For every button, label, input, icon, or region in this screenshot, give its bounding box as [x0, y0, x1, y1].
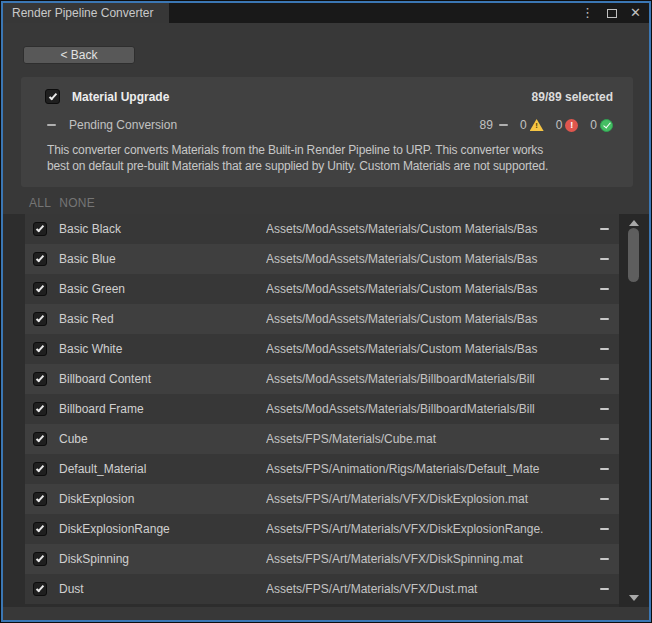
list-row[interactable]: Basic Black Assets/ModAssets/Materials/C…: [25, 214, 619, 244]
back-button[interactable]: < Back: [23, 46, 135, 64]
converter-description: This converter converts Materials from t…: [47, 143, 629, 174]
checkmark-icon: [36, 554, 44, 563]
error-count-group: 0 !: [556, 118, 579, 132]
row-checkbox[interactable]: [33, 282, 47, 296]
row-path: Assets/ModAssets/Materials/Custom Materi…: [266, 342, 592, 356]
list-row[interactable]: Cube Assets/FPS/Materials/Cube.mat: [25, 424, 619, 454]
row-checkbox[interactable]: [33, 462, 47, 476]
checkmark-icon: [36, 284, 44, 293]
row-status-dash-icon: [600, 258, 609, 260]
row-name: DiskSpinning: [59, 552, 266, 566]
list-row[interactable]: Basic Blue Assets/ModAssets/Materials/Cu…: [25, 244, 619, 274]
checkmark-icon: [48, 91, 56, 100]
checkmark-icon: [36, 314, 44, 323]
scroll-up-icon[interactable]: [629, 220, 639, 226]
row-path: Assets/ModAssets/Materials/BillboardMate…: [266, 372, 592, 386]
checkmark-icon: [36, 524, 44, 533]
row-checkbox[interactable]: [33, 372, 47, 386]
list-row[interactable]: Basic Green Assets/ModAssets/Materials/C…: [25, 274, 619, 304]
row-path: Assets/ModAssets/Materials/Custom Materi…: [266, 252, 592, 266]
list-row[interactable]: DiskExplosion Assets/FPS/Art/Materials/V…: [25, 484, 619, 514]
list-row[interactable]: Billboard Content Assets/ModAssets/Mater…: [25, 364, 619, 394]
row-checkbox[interactable]: [33, 432, 47, 446]
row-name: Basic White: [59, 342, 266, 356]
checkmark-icon: [36, 404, 44, 413]
row-name: Cube: [59, 432, 266, 446]
checkmark-icon: [36, 254, 44, 263]
row-path: Assets/FPS/Art/Materials/VFX/Dust.mat: [266, 582, 592, 596]
row-checkbox[interactable]: [33, 522, 47, 536]
row-path: Assets/FPS/Art/Materials/VFX/DiskExplosi…: [266, 522, 592, 536]
materials-list: Basic Black Assets/ModAssets/Materials/C…: [3, 214, 649, 607]
converter-header: Material Upgrade 89/89 selected: [45, 89, 613, 104]
row-checkbox[interactable]: [33, 342, 47, 356]
row-checkbox[interactable]: [33, 252, 47, 266]
scrollbar-thumb[interactable]: [628, 228, 639, 282]
list-rows: Basic Black Assets/ModAssets/Materials/C…: [25, 214, 619, 604]
list-row[interactable]: Basic Red Assets/ModAssets/Materials/Cus…: [25, 304, 619, 334]
row-name: Billboard Frame: [59, 402, 266, 416]
list-row[interactable]: Default_Material Assets/FPS/Animation/Ri…: [25, 454, 619, 484]
pending-conversion-label: Pending Conversion: [69, 118, 177, 132]
success-icon: [600, 119, 613, 132]
back-button-label: < Back: [60, 48, 97, 62]
row-path: Assets/FPS/Art/Materials/VFX/DiskExplosi…: [266, 492, 592, 506]
error-count: 0: [556, 118, 563, 132]
error-icon: !: [565, 119, 578, 132]
title-bar: Render Pipeline Converter ⋮ ✕: [3, 3, 649, 23]
pending-dash-icon: [499, 124, 508, 126]
warning-count: 0: [520, 118, 527, 132]
list-row[interactable]: DiskSpinning Assets/FPS/Art/Materials/VF…: [25, 544, 619, 574]
row-status-dash-icon: [600, 558, 609, 560]
scroll-down-icon[interactable]: [629, 595, 639, 601]
pending-conversion-row: Pending Conversion 89 0 ! 0 ! 0: [47, 118, 613, 132]
row-path: Assets/FPS/Materials/Cube.mat: [266, 432, 592, 446]
row-status-dash-icon: [600, 528, 609, 530]
row-status-dash-icon: [600, 438, 609, 440]
row-status-dash-icon: [600, 378, 609, 380]
list-row[interactable]: Billboard Frame Assets/ModAssets/Materia…: [25, 394, 619, 424]
description-line-2: best on default pre-built Materials that…: [47, 159, 629, 175]
row-path: Assets/ModAssets/Materials/Custom Materi…: [266, 222, 592, 236]
row-checkbox[interactable]: [33, 312, 47, 326]
list-row[interactable]: Basic White Assets/ModAssets/Materials/C…: [25, 334, 619, 364]
converter-checkbox[interactable]: [45, 89, 60, 104]
warning-icon: !: [530, 119, 544, 131]
success-count-group: 0: [590, 118, 613, 132]
row-path: Assets/ModAssets/Materials/Custom Materi…: [266, 282, 592, 296]
kebab-menu-icon[interactable]: ⋮: [581, 3, 594, 23]
vertical-scrollbar[interactable]: [619, 214, 649, 607]
row-checkbox[interactable]: [33, 222, 47, 236]
row-checkbox[interactable]: [33, 552, 47, 566]
row-name: DiskExplosionRange: [59, 522, 266, 536]
checkmark-icon: [603, 120, 611, 128]
row-status-dash-icon: [600, 408, 609, 410]
window-tab[interactable]: Render Pipeline Converter: [3, 3, 169, 23]
dash-icon: [47, 124, 56, 126]
checkmark-icon: [36, 224, 44, 233]
select-none-button[interactable]: NONE: [59, 196, 95, 210]
converter-title: Material Upgrade: [72, 90, 169, 104]
window-controls: ⋮ ✕: [581, 3, 641, 23]
select-all-button[interactable]: ALL: [29, 196, 51, 210]
maximize-icon[interactable]: [607, 9, 617, 18]
status-counts: 89 0 ! 0 ! 0: [480, 118, 613, 132]
checkmark-icon: [36, 344, 44, 353]
window-frame: Render Pipeline Converter ⋮ ✕ < Back Mat…: [0, 0, 652, 623]
window-title: Render Pipeline Converter: [12, 6, 153, 20]
selected-count: 89/89 selected: [532, 90, 613, 104]
row-status-dash-icon: [600, 228, 609, 230]
row-status-dash-icon: [600, 468, 609, 470]
converter-panel: Material Upgrade 89/89 selected Pending …: [21, 77, 633, 187]
row-checkbox[interactable]: [33, 492, 47, 506]
row-checkbox[interactable]: [33, 402, 47, 416]
list-row[interactable]: Dust Assets/FPS/Art/Materials/VFX/Dust.m…: [25, 574, 619, 604]
row-name: Basic Green: [59, 282, 266, 296]
list-row[interactable]: DiskExplosionRange Assets/FPS/Art/Materi…: [25, 514, 619, 544]
row-checkbox[interactable]: [33, 582, 47, 596]
close-icon[interactable]: ✕: [630, 3, 641, 23]
checkmark-icon: [36, 374, 44, 383]
pending-count: 89: [480, 118, 493, 132]
row-status-dash-icon: [600, 318, 609, 320]
row-name: Basic Red: [59, 312, 266, 326]
